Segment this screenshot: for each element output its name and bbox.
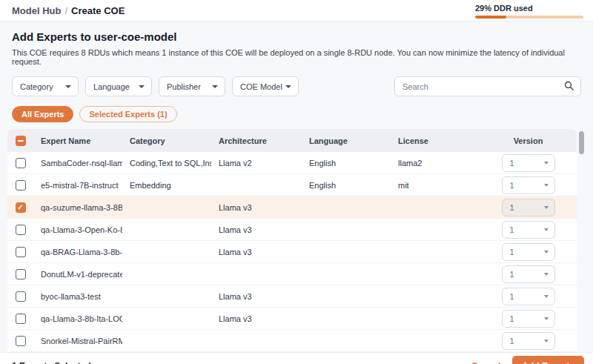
tab-selected-experts[interactable]: Selected Experts (1): [79, 106, 176, 122]
category-cell: Coding,Text to SQL,Instr...: [122, 159, 211, 168]
breadcrumb: Model Hub / Create COE: [12, 5, 125, 16]
version-value: 1: [510, 203, 514, 212]
row-checkbox[interactable]: [16, 225, 26, 235]
chevron-down-icon: [544, 228, 549, 231]
version-value: 1: [510, 181, 514, 190]
coe-model-filter-dropdown[interactable]: COE Model: [232, 76, 299, 96]
row-checkbox[interactable]: [16, 180, 26, 191]
row-checkbox[interactable]: [16, 336, 26, 346]
architecture-cell: Llama v3: [211, 292, 302, 301]
version-value: 1: [510, 292, 514, 301]
version-select[interactable]: 1: [502, 176, 555, 194]
table-row[interactable]: qa-Llama-3-Open-Ko-8B... Llama v3 1: [7, 219, 577, 241]
row-checkbox[interactable]: [16, 247, 26, 257]
version-select[interactable]: 1: [502, 199, 555, 216]
chevron-down-icon: [544, 251, 549, 254]
version-value: 1: [510, 159, 514, 168]
row-checkbox[interactable]: [16, 314, 26, 324]
column-header-license: License: [391, 136, 480, 145]
column-header-category: Category: [122, 136, 211, 145]
architecture-cell: Llama v3: [211, 314, 302, 323]
row-checkbox[interactable]: [16, 291, 26, 302]
table-row[interactable]: DonutLM-v1-deprecated 1: [7, 263, 577, 285]
main-content: Add Experts to user-coe-model This COE r…: [0, 21, 593, 352]
chevron-down-icon: [285, 85, 291, 88]
version-select[interactable]: 1: [502, 154, 555, 172]
license-cell: llama2: [391, 159, 480, 168]
language-filter-label: Language: [93, 82, 130, 91]
breadcrumb-separator: /: [64, 5, 67, 16]
table-row[interactable]: qa-BRAG-Llama-3-8b-v0... Llama v3 1: [7, 241, 577, 263]
table-header-row: Expert Name Category Architecture Langua…: [7, 129, 577, 152]
chevron-down-icon: [544, 317, 549, 320]
expert-tabs: All Experts Selected Experts (1): [12, 106, 581, 122]
table-row[interactable]: e5-mistral-7B-instruct Embedding English…: [7, 174, 577, 196]
category-filter-label: Category: [20, 82, 53, 91]
version-select[interactable]: 1: [502, 221, 555, 239]
version-select[interactable]: 1: [502, 332, 555, 350]
version-value: 1: [510, 270, 514, 279]
ddr-progress-fill: [475, 16, 506, 19]
vertical-scrollbar-thumb[interactable]: [579, 131, 584, 154]
expert-name-cell: qa-Llama-3-Open-Ko-8B...: [33, 225, 122, 234]
expert-name-cell: byoc-llama3-test: [33, 292, 122, 301]
version-select[interactable]: 1: [502, 310, 555, 328]
expert-name-cell: SambaCoder-nsql-llama-...: [33, 159, 122, 168]
tab-all-experts[interactable]: All Experts: [12, 106, 73, 122]
breadcrumb-model-hub[interactable]: Model Hub: [12, 5, 61, 16]
chevron-down-icon: [139, 85, 145, 88]
version-select[interactable]: 1: [502, 265, 555, 283]
publisher-filter-dropdown[interactable]: Publisher: [159, 76, 225, 96]
table-row[interactable]: qa-suzume-llama-3-8B-... Llama v3 1: [7, 196, 577, 219]
language-cell: English: [302, 159, 391, 168]
table-row[interactable]: Snorkel-Mistral-PairRM-... 1: [7, 330, 577, 352]
version-select[interactable]: 1: [502, 288, 555, 305]
footer-bar: 1 Experts Selected Cancel Add Experts: [0, 352, 593, 364]
table-row[interactable]: byoc-llama3-test Llama v3 1: [7, 285, 577, 308]
column-header-architecture: Architecture: [211, 136, 302, 145]
expert-name-cell: Snorkel-Mistral-PairRM-...: [33, 337, 122, 345]
page-subtitle: This COE requires 8 RDUs which means 1 i…: [12, 48, 581, 66]
chevron-down-icon: [544, 273, 549, 276]
row-checkbox[interactable]: [16, 202, 26, 213]
column-header-expert-name: Expert Name: [33, 136, 122, 145]
ddr-usage-label: 29% DDR used: [475, 4, 583, 13]
search-icon[interactable]: [564, 80, 574, 93]
architecture-cell: Llama v2: [211, 159, 302, 168]
chevron-down-icon: [544, 340, 549, 343]
breadcrumb-create-coe: Create COE: [71, 5, 125, 16]
expert-name-cell: qa-Llama-3-8b-Ita-LOC...: [33, 314, 122, 323]
search-input[interactable]: [402, 82, 564, 91]
version-value: 1: [510, 225, 514, 234]
expert-name-cell: e5-mistral-7B-instruct: [33, 181, 122, 190]
architecture-cell: Llama v3: [211, 248, 302, 257]
filter-row: Category Language Publisher COE Model: [12, 76, 581, 96]
category-cell: Embedding: [122, 181, 211, 190]
coe-model-filter-label: COE Model: [240, 82, 282, 91]
row-checkbox[interactable]: [16, 158, 26, 168]
row-checkbox[interactable]: [16, 269, 26, 279]
column-header-language: Language: [302, 136, 391, 145]
table-body: SambaCoder-nsql-llama-... Coding,Text to…: [7, 152, 577, 352]
table-row[interactable]: SambaCoder-nsql-llama-... Coding,Text to…: [7, 152, 577, 174]
category-filter-dropdown[interactable]: Category: [12, 76, 79, 96]
ddr-progress-track: [475, 16, 583, 19]
ddr-usage-widget: 29% DDR used: [475, 2, 583, 19]
search-box: [394, 76, 581, 96]
chevron-down-icon: [212, 85, 218, 88]
expert-name-cell: qa-suzume-llama-3-8B-...: [33, 203, 122, 212]
cancel-button[interactable]: Cancel: [471, 361, 500, 364]
select-all-checkbox[interactable]: [16, 136, 26, 146]
language-filter-dropdown[interactable]: Language: [85, 76, 152, 96]
version-value: 1: [510, 314, 514, 323]
version-select[interactable]: 1: [502, 243, 555, 261]
add-experts-button[interactable]: Add Experts: [512, 356, 584, 364]
version-value: 1: [510, 337, 514, 345]
chevron-down-icon: [544, 206, 549, 209]
chevron-down-icon: [65, 85, 71, 88]
page-title: Add Experts to user-coe-model: [12, 30, 581, 43]
top-bar: Model Hub / Create COE 29% DDR used: [0, 0, 593, 21]
language-cell: English: [302, 181, 391, 190]
table-row[interactable]: qa-Llama-3-8b-Ita-LOC... Llama v3 1: [7, 308, 577, 330]
expert-name-cell: DonutLM-v1-deprecated: [33, 270, 122, 279]
